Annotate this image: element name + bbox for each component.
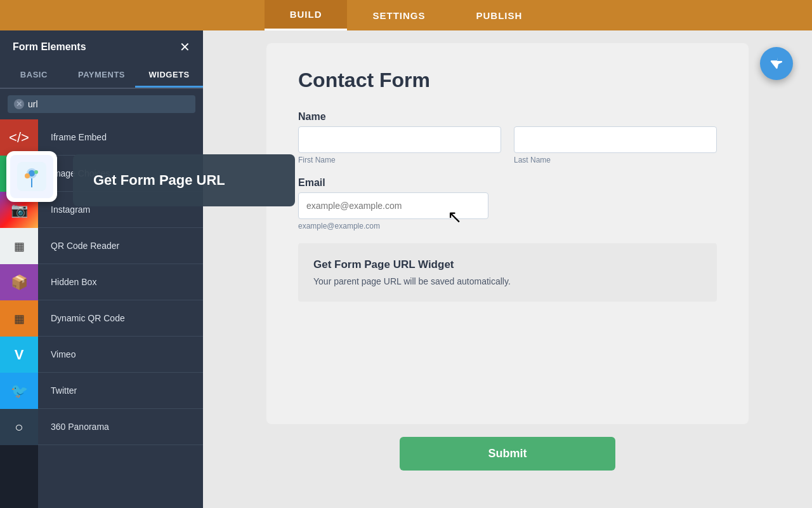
list-item-hidden[interactable]: Hidden Box xyxy=(38,264,203,300)
sidebar-icon-dqr[interactable]: ▦ xyxy=(0,300,38,337)
sidebar-icon-vimeo[interactable]: V xyxy=(0,337,38,373)
email-input[interactable] xyxy=(298,192,488,219)
sidebar: Get Form Page URL Form Elements ✕ BASIC … xyxy=(0,30,203,508)
widget-desc: Your parent page URL will be saved autom… xyxy=(313,276,702,286)
list-item-vimeo[interactable]: Vimeo xyxy=(38,337,203,373)
twitter-icon: 🐦 xyxy=(11,383,28,399)
vimeo-icon: V xyxy=(15,347,24,363)
panorama-icon: ○ xyxy=(15,419,23,436)
sidebar-header: Form Elements ✕ xyxy=(0,30,203,64)
sidebar-tabs: BASIC PAYMENTS WIDGETS xyxy=(0,64,203,89)
widget-section: Get Form Page URL Widget Your parent pag… xyxy=(298,243,717,302)
sidebar-icon-panorama[interactable]: ○ xyxy=(0,409,38,445)
list-item-twitter[interactable]: Twitter xyxy=(38,373,203,409)
widget-title: Get Form Page URL Widget xyxy=(313,258,702,271)
first-name-label: First Name xyxy=(298,156,501,164)
list-item-panorama[interactable]: 360 Panorama xyxy=(38,409,203,445)
nav-tab-build[interactable]: BUILD xyxy=(265,0,348,30)
nav-tab-settings[interactable]: SETTINGS xyxy=(347,0,450,30)
sidebar-icon-iframe[interactable]: </> xyxy=(0,119,38,156)
sidebar-icon-twitter[interactable]: 🐦 xyxy=(0,373,38,409)
tab-payments[interactable]: PAYMENTS xyxy=(68,64,136,88)
nav-tab-publish[interactable]: PUBLISH xyxy=(451,0,548,30)
tab-widgets[interactable]: WIDGETS xyxy=(135,64,203,88)
first-name-group: First Name xyxy=(298,126,501,164)
svg-point-3 xyxy=(25,173,30,178)
list-item-dqr[interactable]: Dynamic QR Code xyxy=(38,300,203,337)
fab-icon xyxy=(769,56,784,71)
main-content: ↖ Contact Form Name First Name Last Name xyxy=(203,30,812,508)
email-group: example@example.com xyxy=(298,192,488,231)
submit-section: Submit xyxy=(266,424,749,483)
search-bar: ✕ xyxy=(0,89,203,119)
fab-button[interactable] xyxy=(760,47,793,80)
email-section-label: Email xyxy=(298,177,325,188)
form-title: Contact Form xyxy=(298,69,717,92)
last-name-group: Last Name xyxy=(514,126,717,164)
embed-icon: </> xyxy=(9,130,29,146)
search-clear-button[interactable]: ✕ xyxy=(14,99,24,109)
dqr-icon: ▦ xyxy=(14,312,25,326)
instagram-icon: 📷 xyxy=(11,202,28,218)
sidebar-title: Form Elements xyxy=(13,41,86,53)
tooltip-text: Get Form Page URL xyxy=(93,172,275,189)
list-item-iframe[interactable]: Iframe Embed xyxy=(38,119,203,156)
name-row: First Name Last Name xyxy=(298,126,717,164)
first-name-input[interactable] xyxy=(298,126,501,153)
sidebar-icon-qr[interactable]: ▦ xyxy=(0,228,38,264)
search-input-wrapper: ✕ xyxy=(8,95,195,113)
last-name-label: Last Name xyxy=(514,156,717,164)
sidebar-icon-hidden[interactable]: 📦 xyxy=(0,264,38,300)
tooltip-popup: Get Form Page URL xyxy=(73,154,295,206)
svg-point-4 xyxy=(34,170,38,174)
form-canvas-wrapper: Contact Form Name First Name Last Name xyxy=(266,43,749,483)
form-canvas: Contact Form Name First Name Last Name xyxy=(266,43,749,424)
main-layout: Get Form Page URL Form Elements ✕ BASIC … xyxy=(0,30,812,508)
hidden-icon: 📦 xyxy=(11,274,28,291)
name-section-label: Name xyxy=(298,111,326,122)
app-icon-inner xyxy=(10,155,53,198)
tab-basic[interactable]: BASIC xyxy=(0,64,68,88)
last-name-input[interactable] xyxy=(514,126,717,153)
qr-icon: ▦ xyxy=(14,239,25,253)
email-placeholder-label: example@example.com xyxy=(298,222,488,231)
submit-button[interactable]: Submit xyxy=(400,437,615,471)
search-input[interactable] xyxy=(28,99,189,109)
close-button[interactable]: ✕ xyxy=(180,41,190,53)
top-nav: BUILD SETTINGS PUBLISH xyxy=(0,0,812,30)
list-item-qr[interactable]: QR Code Reader xyxy=(38,228,203,264)
app-icon-svg xyxy=(16,161,48,192)
app-icon-widget xyxy=(6,151,57,202)
